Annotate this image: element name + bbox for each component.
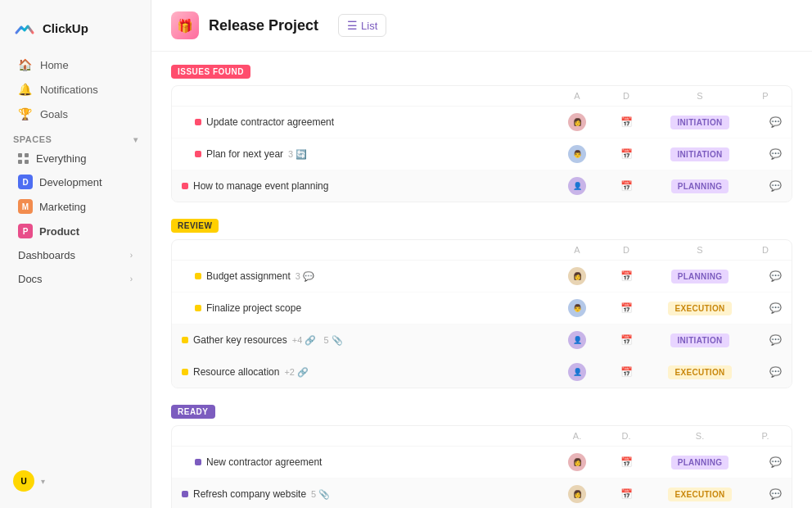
task-name: How to manage event planning [182,180,553,192]
group-ready: READY A. D. S. P. New contractor agreeme… [171,405,792,508]
status-badge: INITIATION [670,116,729,129]
sidebar-item-development[interactable]: D Development [5,170,146,194]
assignee-cell: 👩 [553,485,602,503]
ready-table: A. D. S. P. New contractor agreement 👩 📅 [171,425,792,508]
marketing-dot: M [18,199,33,214]
comment-cell: 💬 [749,180,782,192]
nav-notifications-label: Notifications [40,84,98,96]
product-label: Product [39,225,79,238]
table-row[interactable]: Resource allocation +2 🔗 👤 📅 EXECUTION 💬 [172,356,792,388]
table-row[interactable]: Budget assignment 3 💬 👩 📅 PLANNING 💬 [172,261,792,293]
task-dot [182,491,188,497]
comment-cell: 💬 [749,116,782,128]
sidebar-item-everything[interactable]: Everything [5,147,146,170]
table-row[interactable]: Gather key resources +4 🔗 5 📎 👤 📅 INITIA… [172,324,792,356]
task-dot [195,151,201,157]
spaces-label: Spaces [13,134,52,144]
table-row[interactable]: Finalize project scope 👨 📅 EXECUTION 💬 [172,293,792,324]
issues-table: A D S P Update contractor agreement 👩 📅 [171,85,792,202]
content-area: ISSUES FOUND A D S P Update contractor a… [151,52,812,508]
task-name: Budget assignment 3 💬 [195,270,553,282]
docs-item[interactable]: Docs › [5,267,146,291]
avatar: 👩 [568,267,586,285]
assignee-cell: 👨 [553,299,602,317]
sidebar-item-product[interactable]: P Product [5,219,146,243]
date-cell: 📅 [602,148,651,160]
col-a-header: A [553,91,602,101]
task-name: Update contractor agreement [195,116,553,128]
review-badge: REVIEW [171,219,219,233]
status-cell: PLANNING [651,270,749,283]
table-row[interactable]: How to manage event planning 👤 📅 PLANNIN… [172,170,792,202]
avatar: 👩 [568,453,586,471]
task-dot [182,183,188,189]
user-area[interactable]: U ▾ [0,464,151,498]
status-badge: PLANNING [671,179,729,193]
nav-notifications[interactable]: 🔔 Notifications [5,77,146,102]
date-cell: 📅 [602,456,651,468]
ready-badge: READY [171,405,215,419]
date-cell: 📅 [602,366,651,378]
col-s-header: S [651,91,749,101]
date-cell: 📅 [602,180,651,192]
dashboards-chevron-icon: › [130,251,133,260]
status-cell: EXECUTION [651,302,749,315]
project-icon: 🎁 [171,11,199,39]
comment-cell: 💬 [749,456,782,468]
spaces-section-header: Spaces ▾ [0,126,151,147]
date-cell: 📅 [602,488,651,500]
spaces-chevron-icon: ▾ [133,135,138,144]
task-name: Refresh company website 5 📎 [182,488,553,500]
status-cell: EXECUTION [651,488,749,501]
status-badge: PLANNING [671,270,729,283]
avatar: 👨 [568,299,586,317]
task-dot [195,305,201,311]
development-label: Development [39,176,102,188]
sidebar-item-marketing[interactable]: M Marketing [5,194,146,219]
view-toggle-button[interactable]: ☰ List [338,14,386,37]
sidebar: ClickUp 🏠 Home 🔔 Notifications 🏆 Goals S… [0,0,151,508]
avatar: 👤 [568,177,586,195]
table-row[interactable]: Refresh company website 5 📎 👩 📅 EXECUTIO… [172,479,792,508]
page-title: Release Project [209,17,318,34]
comment-cell: 💬 [749,334,782,346]
nav-goals[interactable]: 🏆 Goals [5,102,146,126]
avatar: 👨 [568,145,586,163]
home-icon: 🏠 [18,58,32,71]
task-dot [195,119,201,125]
avatar: 👤 [568,363,586,381]
view-label: List [361,20,377,32]
table-row[interactable]: Plan for next year 3 🔄 👨 📅 INITIATION 💬 [172,138,792,170]
avatar: 👩 [568,113,586,131]
avatar: 👩 [568,485,586,503]
issues-badge: ISSUES FOUND [171,65,250,79]
comment-cell: 💬 [749,302,782,314]
task-name: Resource allocation +2 🔗 [182,366,553,378]
main-content: 🎁 Release Project ☰ List ISSUES FOUND A … [151,0,812,508]
table-row[interactable]: New contractor agreement 👩 📅 PLANNING 💬 [172,447,792,479]
docs-chevron-icon: › [130,274,133,283]
docs-label: Docs [18,273,43,285]
table-row[interactable]: Update contractor agreement 👩 📅 INITIATI… [172,107,792,138]
dashboards-item[interactable]: Dashboards › [5,243,146,267]
assignee-cell: 👤 [553,177,602,195]
task-dot [182,369,188,375]
task-dot [195,459,201,465]
task-name: New contractor agreement [195,456,553,468]
logo-area[interactable]: ClickUp [0,10,151,52]
status-badge: INITIATION [670,333,729,347]
col-p-header: P [749,91,782,101]
clickup-logo-icon [13,16,36,39]
assignee-cell: 👩 [553,113,602,131]
nav-home-label: Home [40,59,69,71]
marketing-label: Marketing [39,201,86,213]
date-cell: 📅 [602,334,651,346]
date-cell: 📅 [602,116,651,128]
nav-goals-label: Goals [40,108,68,120]
status-cell: INITIATION [651,147,749,161]
nav-home[interactable]: 🏠 Home [5,52,146,77]
status-badge: INITIATION [670,147,729,161]
avatar: U [13,470,34,492]
assignee-cell: 👤 [553,331,602,349]
task-name: Finalize project scope [195,302,553,314]
